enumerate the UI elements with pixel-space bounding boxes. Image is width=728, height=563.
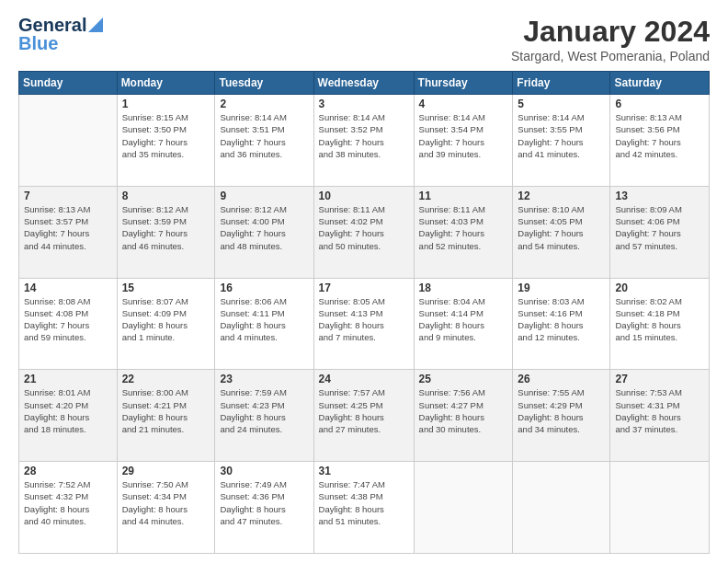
calendar-day-cell: 16Sunrise: 8:06 AM Sunset: 4:11 PM Dayli… xyxy=(215,278,313,370)
day-info: Sunrise: 8:08 AM Sunset: 4:08 PM Dayligh… xyxy=(24,295,112,344)
calendar-week-row: 28Sunrise: 7:52 AM Sunset: 4:32 PM Dayli… xyxy=(19,462,710,554)
calendar-day-cell xyxy=(610,462,710,554)
day-number: 11 xyxy=(419,190,508,202)
title-section: January 2024 Stargard, West Pomerania, P… xyxy=(511,15,710,63)
calendar-week-row: 7Sunrise: 8:13 AM Sunset: 3:57 PM Daylig… xyxy=(19,186,710,278)
day-info: Sunrise: 8:13 AM Sunset: 3:56 PM Dayligh… xyxy=(615,111,704,160)
day-info: Sunrise: 7:52 AM Sunset: 4:32 PM Dayligh… xyxy=(24,478,112,527)
calendar-day-header: Monday xyxy=(117,72,215,95)
day-info: Sunrise: 8:07 AM Sunset: 4:09 PM Dayligh… xyxy=(122,295,210,344)
subtitle: Stargard, West Pomerania, Poland xyxy=(511,49,710,63)
calendar-week-row: 14Sunrise: 8:08 AM Sunset: 4:08 PM Dayli… xyxy=(19,278,710,370)
day-number: 17 xyxy=(319,282,409,294)
calendar-day-cell: 23Sunrise: 7:59 AM Sunset: 4:23 PM Dayli… xyxy=(215,370,313,462)
day-info: Sunrise: 8:13 AM Sunset: 3:57 PM Dayligh… xyxy=(24,203,112,252)
calendar-day-header: Tuesday xyxy=(215,72,313,95)
calendar-day-cell: 10Sunrise: 8:11 AM Sunset: 4:02 PM Dayli… xyxy=(313,186,414,278)
day-number: 18 xyxy=(419,282,508,294)
day-info: Sunrise: 8:05 AM Sunset: 4:13 PM Dayligh… xyxy=(319,295,409,344)
day-info: Sunrise: 8:04 AM Sunset: 4:14 PM Dayligh… xyxy=(419,295,508,344)
calendar-day-cell: 21Sunrise: 8:01 AM Sunset: 4:20 PM Dayli… xyxy=(19,370,118,462)
day-info: Sunrise: 8:14 AM Sunset: 3:54 PM Dayligh… xyxy=(419,111,508,160)
day-number: 6 xyxy=(615,98,704,110)
day-number: 20 xyxy=(615,282,704,294)
calendar-day-cell: 3Sunrise: 8:14 AM Sunset: 3:52 PM Daylig… xyxy=(313,95,414,187)
calendar-day-cell: 20Sunrise: 8:02 AM Sunset: 4:18 PM Dayli… xyxy=(610,278,710,370)
day-number: 2 xyxy=(220,98,308,110)
day-info: Sunrise: 7:56 AM Sunset: 4:27 PM Dayligh… xyxy=(419,386,508,435)
day-number: 15 xyxy=(122,282,210,294)
calendar-day-cell: 14Sunrise: 8:08 AM Sunset: 4:08 PM Dayli… xyxy=(19,278,118,370)
day-info: Sunrise: 8:12 AM Sunset: 3:59 PM Dayligh… xyxy=(122,203,210,252)
day-info: Sunrise: 8:09 AM Sunset: 4:06 PM Dayligh… xyxy=(615,203,704,252)
day-info: Sunrise: 8:02 AM Sunset: 4:18 PM Dayligh… xyxy=(615,295,704,344)
calendar-day-cell: 5Sunrise: 8:14 AM Sunset: 3:55 PM Daylig… xyxy=(513,95,610,187)
day-info: Sunrise: 8:00 AM Sunset: 4:21 PM Dayligh… xyxy=(122,386,210,435)
calendar-day-cell: 19Sunrise: 8:03 AM Sunset: 4:16 PM Dayli… xyxy=(513,278,610,370)
day-info: Sunrise: 8:12 AM Sunset: 4:00 PM Dayligh… xyxy=(220,203,308,252)
day-number: 21 xyxy=(24,373,112,385)
logo-icon xyxy=(88,17,103,32)
day-info: Sunrise: 8:15 AM Sunset: 3:50 PM Dayligh… xyxy=(122,111,210,160)
day-info: Sunrise: 8:11 AM Sunset: 4:02 PM Dayligh… xyxy=(319,203,409,252)
calendar-day-cell: 13Sunrise: 8:09 AM Sunset: 4:06 PM Dayli… xyxy=(610,186,710,278)
calendar-day-cell: 9Sunrise: 8:12 AM Sunset: 4:00 PM Daylig… xyxy=(215,186,313,278)
day-number: 8 xyxy=(122,190,210,202)
day-number: 25 xyxy=(419,373,508,385)
day-number: 3 xyxy=(319,98,409,110)
day-info: Sunrise: 8:14 AM Sunset: 3:51 PM Dayligh… xyxy=(220,111,308,160)
calendar-day-cell xyxy=(513,462,610,554)
calendar-week-row: 1Sunrise: 8:15 AM Sunset: 3:50 PM Daylig… xyxy=(19,95,710,187)
day-number: 1 xyxy=(122,98,210,110)
day-number: 12 xyxy=(518,190,605,202)
day-info: Sunrise: 7:50 AM Sunset: 4:34 PM Dayligh… xyxy=(122,478,210,527)
calendar-day-cell: 6Sunrise: 8:13 AM Sunset: 3:56 PM Daylig… xyxy=(610,95,710,187)
day-number: 23 xyxy=(220,373,308,385)
day-number: 5 xyxy=(518,98,605,110)
calendar-day-cell: 2Sunrise: 8:14 AM Sunset: 3:51 PM Daylig… xyxy=(215,95,313,187)
day-number: 14 xyxy=(24,282,112,294)
calendar-day-cell: 11Sunrise: 8:11 AM Sunset: 4:03 PM Dayli… xyxy=(414,186,513,278)
day-info: Sunrise: 7:47 AM Sunset: 4:38 PM Dayligh… xyxy=(319,478,409,527)
day-number: 24 xyxy=(319,373,409,385)
calendar-day-cell: 1Sunrise: 8:15 AM Sunset: 3:50 PM Daylig… xyxy=(117,95,215,187)
day-number: 19 xyxy=(518,282,605,294)
calendar-day-cell: 18Sunrise: 8:04 AM Sunset: 4:14 PM Dayli… xyxy=(414,278,513,370)
day-info: Sunrise: 8:03 AM Sunset: 4:16 PM Dayligh… xyxy=(518,295,605,344)
calendar-day-cell: 4Sunrise: 8:14 AM Sunset: 3:54 PM Daylig… xyxy=(414,95,513,187)
day-info: Sunrise: 7:59 AM Sunset: 4:23 PM Dayligh… xyxy=(220,386,308,435)
logo: General Blue xyxy=(18,15,103,53)
day-number: 26 xyxy=(518,373,605,385)
day-number: 30 xyxy=(220,465,308,477)
calendar-day-cell: 27Sunrise: 7:53 AM Sunset: 4:31 PM Dayli… xyxy=(610,370,710,462)
day-info: Sunrise: 8:06 AM Sunset: 4:11 PM Dayligh… xyxy=(220,295,308,344)
svg-marker-0 xyxy=(88,17,103,32)
calendar-day-cell: 7Sunrise: 8:13 AM Sunset: 3:57 PM Daylig… xyxy=(19,186,118,278)
calendar-day-header: Wednesday xyxy=(313,72,414,95)
day-number: 10 xyxy=(319,190,409,202)
day-info: Sunrise: 8:10 AM Sunset: 4:05 PM Dayligh… xyxy=(518,203,605,252)
logo-blue: Blue xyxy=(18,33,58,53)
calendar-day-header: Saturday xyxy=(610,72,710,95)
day-number: 9 xyxy=(220,190,308,202)
calendar-day-cell: 22Sunrise: 8:00 AM Sunset: 4:21 PM Dayli… xyxy=(117,370,215,462)
calendar-day-header: Friday xyxy=(513,72,610,95)
calendar-day-cell: 26Sunrise: 7:55 AM Sunset: 4:29 PM Dayli… xyxy=(513,370,610,462)
calendar-day-cell: 8Sunrise: 8:12 AM Sunset: 3:59 PM Daylig… xyxy=(117,186,215,278)
page: General Blue January 2024 Stargard, West… xyxy=(0,0,728,563)
day-info: Sunrise: 8:14 AM Sunset: 3:52 PM Dayligh… xyxy=(319,111,409,160)
main-title: January 2024 xyxy=(511,15,710,49)
day-number: 22 xyxy=(122,373,210,385)
calendar-day-cell: 30Sunrise: 7:49 AM Sunset: 4:36 PM Dayli… xyxy=(215,462,313,554)
calendar-day-cell: 12Sunrise: 8:10 AM Sunset: 4:05 PM Dayli… xyxy=(513,186,610,278)
day-info: Sunrise: 7:57 AM Sunset: 4:25 PM Dayligh… xyxy=(319,386,409,435)
calendar-day-cell xyxy=(414,462,513,554)
day-number: 13 xyxy=(615,190,704,202)
calendar-day-cell: 17Sunrise: 8:05 AM Sunset: 4:13 PM Dayli… xyxy=(313,278,414,370)
header: General Blue January 2024 Stargard, West… xyxy=(18,15,710,63)
calendar-day-cell: 31Sunrise: 7:47 AM Sunset: 4:38 PM Dayli… xyxy=(313,462,414,554)
day-number: 7 xyxy=(24,190,112,202)
day-number: 27 xyxy=(615,373,704,385)
calendar-day-cell: 28Sunrise: 7:52 AM Sunset: 4:32 PM Dayli… xyxy=(19,462,118,554)
day-number: 16 xyxy=(220,282,308,294)
